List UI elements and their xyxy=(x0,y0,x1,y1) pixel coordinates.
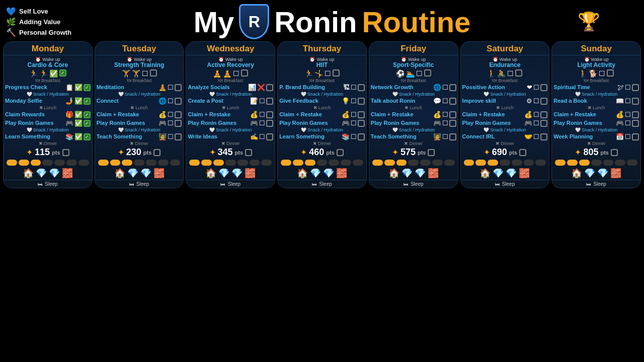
task-checkbox[interactable] xyxy=(632,111,639,118)
task-icon: ☐ xyxy=(442,84,448,91)
meal-separator: 🍽Breakfast xyxy=(186,78,275,83)
task-icon: ☐ xyxy=(168,111,174,118)
task-label: Meditation xyxy=(97,84,158,91)
points-checkbox[interactable] xyxy=(519,149,526,156)
bottom-icon: 🏠 xyxy=(23,168,34,179)
task-checkbox[interactable] xyxy=(175,120,182,127)
task-icon: ✅ xyxy=(74,119,83,127)
task-checkbox[interactable] xyxy=(84,133,91,140)
activity-checkbox[interactable] xyxy=(424,69,431,77)
activity-checkbox[interactable] xyxy=(515,69,522,77)
activity-checkbox[interactable] xyxy=(150,69,157,77)
heart-icon: 🤍 xyxy=(392,127,398,132)
points-checkbox[interactable] xyxy=(337,149,344,156)
points-checkbox[interactable] xyxy=(611,149,618,156)
star-icon: ✦ xyxy=(484,148,490,157)
meal-icon: 🍽 xyxy=(401,78,406,83)
task-row: Claim + Restake💰☐ xyxy=(369,110,458,119)
activity-checkbox[interactable] xyxy=(333,69,340,77)
points-checkbox[interactable] xyxy=(245,149,252,156)
meal-separator: 🍽Breakfast xyxy=(552,78,640,83)
activity-checkbox[interactable] xyxy=(607,69,614,77)
task-checkbox[interactable] xyxy=(358,98,365,105)
points-checkbox[interactable] xyxy=(153,149,160,156)
points-checkbox[interactable] xyxy=(428,149,435,156)
task-icon: 🎮 xyxy=(433,119,441,127)
task-icon: ☐ xyxy=(533,133,539,140)
star-icon: ✦ xyxy=(118,148,124,157)
task-checkbox[interactable] xyxy=(84,120,91,127)
task-icon: 💰 xyxy=(158,111,167,118)
task-icon: ❤ xyxy=(527,84,532,91)
task-checkbox[interactable] xyxy=(540,133,547,140)
task-icon: ✅ xyxy=(74,133,83,140)
task-checkbox[interactable] xyxy=(358,133,365,140)
task-label: Play Ronin Games xyxy=(462,120,524,126)
sleep-row: 🛏Sleep xyxy=(461,180,549,188)
task-checkbox[interactable] xyxy=(266,98,273,105)
points-checkbox[interactable] xyxy=(62,149,69,156)
task-checkbox[interactable] xyxy=(84,84,91,91)
task-checkbox[interactable] xyxy=(358,120,365,127)
task-checkbox[interactable] xyxy=(358,84,365,91)
lunch-dinner-separator: ✖Dinner xyxy=(4,141,92,146)
task-checkbox[interactable] xyxy=(632,98,639,105)
heart-icon: 🤍 xyxy=(575,127,581,132)
task-checkbox[interactable] xyxy=(449,84,456,91)
activity-checkbox[interactable] xyxy=(241,69,248,77)
task-checkbox[interactable] xyxy=(84,111,91,118)
task-icon: 🤝 xyxy=(524,133,532,140)
task-checkbox[interactable] xyxy=(266,111,273,118)
activity-checkbox[interactable] xyxy=(59,69,66,77)
task-checkbox[interactable] xyxy=(266,120,273,127)
activity-icons-row: ⚽🏊☐ xyxy=(369,69,458,78)
task-checkbox[interactable] xyxy=(175,84,182,91)
progress-bar-1 xyxy=(567,160,578,166)
task-icon: ☐ xyxy=(259,119,265,127)
points-row: ✦ 230 pts xyxy=(95,146,184,159)
task-checkbox[interactable] xyxy=(266,133,273,140)
task-row: Create a Post📝☐ xyxy=(186,97,275,105)
task-checkbox[interactable] xyxy=(540,84,547,91)
task-icon: ☐ xyxy=(259,133,265,140)
task-label: Monday Selfie xyxy=(5,98,64,104)
cross-icon: ✖ xyxy=(130,141,134,146)
task-checkbox[interactable] xyxy=(175,98,182,105)
lunch-dinner-separator: ✖Dinner xyxy=(186,141,275,146)
points-row: ✦ 575 pts xyxy=(369,146,458,159)
task-checkbox[interactable] xyxy=(449,133,456,140)
task-checkbox[interactable] xyxy=(540,98,547,105)
progress-bar-2 xyxy=(213,160,224,166)
task-row: Play Ronin Games🎮✅ xyxy=(4,119,92,127)
cross-icon: ✖ xyxy=(588,105,592,110)
progress-bar-1 xyxy=(384,160,395,166)
task-checkbox[interactable] xyxy=(632,133,639,140)
activity-icon: 🏃 xyxy=(39,69,48,78)
legend-adding-value: 🌿 Adding Value xyxy=(6,17,87,27)
meal-icon: 🍽 xyxy=(309,78,314,83)
task-label: Talk about Ronin xyxy=(371,98,432,104)
task-checkbox[interactable] xyxy=(632,84,639,91)
snack-separator: 🤍Snack / Hydration xyxy=(4,92,92,97)
task-checkbox[interactable] xyxy=(449,111,456,118)
progress-bar-1 xyxy=(293,160,303,166)
task-checkbox[interactable] xyxy=(84,98,91,105)
task-checkbox[interactable] xyxy=(540,111,547,118)
task-row: Claim + Restake💰☐ xyxy=(278,110,366,119)
task-icon: 💡 xyxy=(342,97,350,105)
task-checkbox[interactable] xyxy=(358,111,365,118)
task-row: Analyze Socials📊❌ xyxy=(186,83,275,92)
task-checkbox[interactable] xyxy=(540,120,547,127)
task-checkbox[interactable] xyxy=(175,133,182,140)
snack-separator: 🤍Snack / Hydration xyxy=(461,92,549,97)
task-checkbox[interactable] xyxy=(175,111,182,118)
points-row: ✦ 115 pts xyxy=(4,146,92,159)
task-checkbox[interactable] xyxy=(266,84,273,91)
star-icon: ✦ xyxy=(209,148,216,157)
progress-bar-6 xyxy=(170,160,181,166)
day-header-wednesday: Wednesday xyxy=(186,42,275,55)
sleep-row: 🛏Sleep xyxy=(4,180,92,188)
task-checkbox[interactable] xyxy=(449,98,456,105)
task-checkbox[interactable] xyxy=(449,120,456,127)
task-checkbox[interactable] xyxy=(632,120,639,127)
